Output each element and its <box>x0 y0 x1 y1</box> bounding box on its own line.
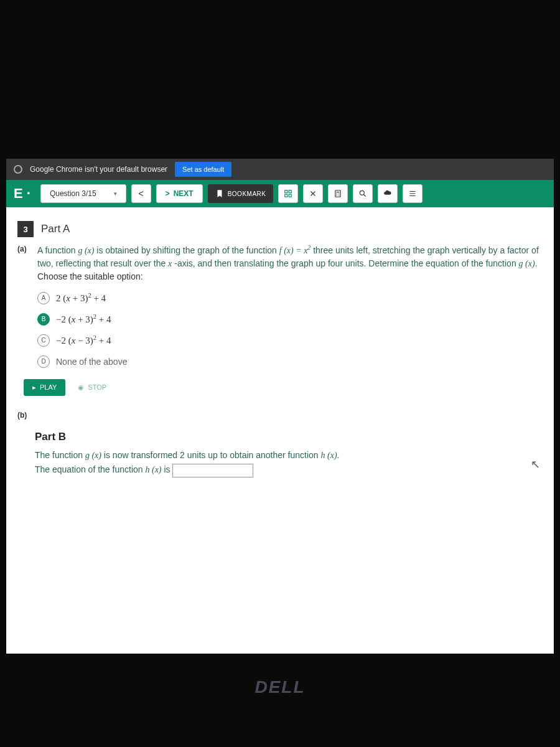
calculator-icon <box>334 189 342 198</box>
play-label: PLAY <box>40 383 57 391</box>
chevron-right-icon: > <box>166 189 170 198</box>
svg-rect-3 <box>289 194 292 197</box>
bookmark-label: BOOKMARK <box>228 190 266 197</box>
bookmark-icon <box>215 189 224 198</box>
chevron-down-icon: ▾ <box>114 190 117 197</box>
set-default-button[interactable]: Set as default <box>175 162 231 177</box>
play-icon: ▸ <box>32 383 36 392</box>
calculator-button[interactable] <box>328 184 348 203</box>
app-logo: E · <box>14 186 30 202</box>
next-button[interactable]: > NEXT <box>156 184 203 203</box>
search-button[interactable] <box>353 184 373 203</box>
cursor-icon: ↖ <box>531 458 540 471</box>
question-text: A function g (x) is obtained by shifting… <box>37 243 543 283</box>
play-button[interactable]: ▸ PLAY <box>24 379 65 396</box>
option-b-circle: B <box>37 313 50 326</box>
option-d-circle: D <box>37 355 50 368</box>
question-label: Question 3/15 <box>50 189 96 198</box>
chrome-icon <box>14 165 22 174</box>
grid-icon <box>284 189 292 198</box>
list-button[interactable] <box>403 184 422 203</box>
quiz-toolbar: E · Question 3/15 ▾ < > NEXT BOOKMARK <box>6 180 554 207</box>
chrome-message: Google Chrome isn't your default browser <box>30 165 167 174</box>
search-icon <box>358 189 367 198</box>
close-icon <box>309 189 317 198</box>
option-a[interactable]: A 2 (x + 3)2 + 4 <box>37 292 543 304</box>
option-b[interactable]: B −2 (x + 3)2 + 4 <box>37 313 543 326</box>
question-dropdown[interactable]: Question 3/15 ▾ <box>40 184 126 203</box>
part-a-title: Part A <box>41 223 70 235</box>
bookmark-button[interactable]: BOOKMARK <box>208 184 274 203</box>
subpart-b-label: (b) <box>17 410 543 420</box>
close-button[interactable] <box>303 184 323 203</box>
subpart-a-label: (a) <box>17 243 31 283</box>
svg-rect-2 <box>285 194 287 197</box>
stop-icon: ◉ <box>78 383 84 392</box>
stop-button[interactable]: ◉ STOP <box>72 379 113 396</box>
option-d[interactable]: D None of the above <box>37 355 543 368</box>
question-number: 3 <box>17 221 34 237</box>
option-c-circle: C <box>37 334 50 347</box>
question-content: 3 Part A (a) A function g (x) is obtaine… <box>6 207 554 491</box>
list-icon <box>408 189 417 198</box>
svg-rect-0 <box>285 190 287 193</box>
svg-rect-4 <box>335 190 340 197</box>
answer-input[interactable] <box>172 464 253 477</box>
prev-button[interactable]: < <box>131 184 151 203</box>
chrome-infobar: Google Chrome isn't your default browser… <box>6 159 554 180</box>
svg-rect-1 <box>289 190 292 193</box>
cloud-button[interactable] <box>378 184 398 203</box>
svg-point-5 <box>360 190 365 195</box>
next-label: NEXT <box>174 189 194 198</box>
grid-button[interactable] <box>278 184 298 203</box>
cloud-icon <box>383 189 392 198</box>
option-c[interactable]: C −2 (x − 3)2 + 4 <box>37 334 543 347</box>
option-a-circle: A <box>37 292 50 304</box>
dell-logo: DELL <box>254 677 305 697</box>
part-b-text: The function g (x) is now transformed 2 … <box>35 448 543 478</box>
part-b-title: Part B <box>35 431 543 443</box>
stop-label: STOP <box>88 383 106 391</box>
